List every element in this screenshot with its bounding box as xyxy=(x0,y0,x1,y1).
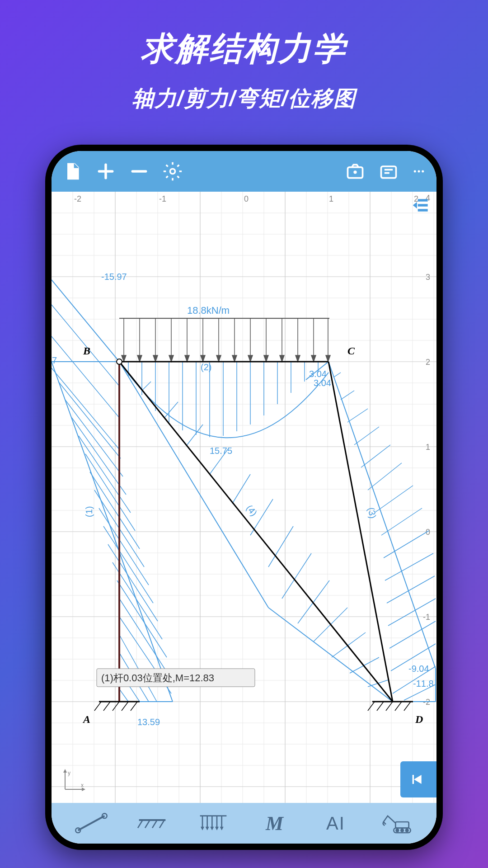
phone-screen: -2 -1 0 1 2 4 3 2 1 0 -1 -2 -3 xyxy=(52,151,436,844)
svg-marker-73 xyxy=(153,355,158,362)
svg-marker-225 xyxy=(211,827,214,830)
svg-line-179 xyxy=(368,702,375,711)
svg-text:-2: -2 xyxy=(74,194,81,203)
svg-text:y: y xyxy=(68,770,70,776)
svg-marker-227 xyxy=(220,827,224,830)
svg-line-145 xyxy=(361,445,390,467)
value-tooltip: (1)杆0.03位置处,M=12.83 xyxy=(97,669,255,687)
camera-icon[interactable] xyxy=(345,161,365,181)
svg-line-149 xyxy=(384,531,429,558)
plus-icon[interactable] xyxy=(96,161,116,181)
svg-line-111 xyxy=(99,508,149,585)
svg-text:B: B xyxy=(83,345,90,357)
hinge-b xyxy=(117,359,122,364)
svg-line-166 xyxy=(282,553,311,599)
svg-point-2 xyxy=(354,171,356,173)
svg-point-6 xyxy=(422,170,424,173)
member-1-diagram xyxy=(52,280,173,702)
svg-rect-3 xyxy=(381,166,396,178)
new-file-icon[interactable] xyxy=(62,161,82,181)
support-a-icon xyxy=(94,702,140,711)
promo-subtitle: 轴力/剪力/弯矩/位移图 xyxy=(0,84,488,113)
distributed-load-icon xyxy=(119,318,330,362)
svg-rect-228 xyxy=(396,822,409,828)
svg-line-176 xyxy=(122,702,128,711)
svg-line-138 xyxy=(328,362,436,669)
svg-line-170 xyxy=(350,657,379,673)
svg-text:-11.8: -11.8 xyxy=(413,679,434,689)
svg-text:18.8kN/m: 18.8kN/m xyxy=(187,305,230,316)
svg-line-183 xyxy=(404,702,411,711)
svg-text:3.04: 3.04 xyxy=(309,369,327,379)
svg-marker-91 xyxy=(296,355,300,362)
svg-text:(3): (3) xyxy=(366,506,378,519)
svg-marker-85 xyxy=(248,355,253,362)
svg-text:97: 97 xyxy=(52,355,57,365)
svg-text:2: 2 xyxy=(426,358,430,367)
svg-line-121 xyxy=(119,689,128,702)
svg-text:D: D xyxy=(415,713,423,725)
svg-line-152 xyxy=(388,599,436,626)
support-tool-icon[interactable] xyxy=(134,810,170,837)
gear-icon[interactable] xyxy=(163,161,183,181)
svg-text:1: 1 xyxy=(329,194,333,203)
play-back-button[interactable] xyxy=(400,761,436,797)
svg-line-157 xyxy=(119,362,268,608)
svg-text:-9.04: -9.04 xyxy=(408,664,429,674)
bottom-toolbar: M AI xyxy=(52,803,436,844)
panel-toggle-icon[interactable] xyxy=(411,195,431,215)
svg-line-112 xyxy=(103,526,153,603)
svg-line-181 xyxy=(386,702,393,711)
canvas-area[interactable]: -2 -1 0 1 2 4 3 2 1 0 -1 -2 -3 xyxy=(52,192,436,803)
svg-point-232 xyxy=(406,829,408,831)
svg-text:(2): (2) xyxy=(201,362,211,372)
svg-line-146 xyxy=(368,463,402,490)
svg-point-4 xyxy=(414,170,416,173)
svg-line-215 xyxy=(152,820,157,828)
load-tool-icon[interactable] xyxy=(195,810,231,837)
svg-line-175 xyxy=(113,702,119,711)
svg-line-147 xyxy=(375,486,413,513)
xy-axis-icon: yx xyxy=(61,767,88,794)
svg-text:-1: -1 xyxy=(423,613,430,622)
svg-marker-202 xyxy=(413,202,417,209)
svg-text:(1)杆0.03位置处,M=12.83: (1)杆0.03位置处,M=12.83 xyxy=(101,672,214,684)
svg-marker-203 xyxy=(63,769,67,773)
svg-text:-15.97: -15.97 xyxy=(101,272,127,282)
svg-marker-87 xyxy=(264,355,268,362)
svg-text:A: A xyxy=(82,713,90,725)
svg-line-180 xyxy=(377,702,384,711)
svg-point-230 xyxy=(396,829,399,831)
svg-marker-224 xyxy=(206,827,209,830)
svg-marker-226 xyxy=(215,827,219,830)
ai-tool-button[interactable]: AI xyxy=(318,810,354,837)
promo-title: 求解结构力学 xyxy=(0,0,488,71)
svg-rect-208 xyxy=(413,775,414,784)
svg-marker-207 xyxy=(414,775,422,784)
svg-line-116 xyxy=(119,599,169,675)
moment-tool-button[interactable]: M xyxy=(257,810,293,837)
svg-line-143 xyxy=(347,409,368,422)
svg-marker-95 xyxy=(326,355,330,362)
excavator-tool-icon[interactable] xyxy=(379,810,415,837)
svg-marker-93 xyxy=(311,355,316,362)
svg-text:3.04: 3.04 xyxy=(314,378,331,388)
line-tool-icon[interactable] xyxy=(73,810,109,837)
svg-marker-81 xyxy=(216,355,221,362)
svg-line-150 xyxy=(385,553,433,580)
svg-line-213 xyxy=(138,820,143,828)
svg-line-106 xyxy=(72,418,126,495)
svg-point-231 xyxy=(401,829,404,831)
structure-diagram: -2 -1 0 1 2 4 3 2 1 0 -1 -2 -3 xyxy=(52,192,436,803)
svg-line-115 xyxy=(117,580,167,657)
svg-line-173 xyxy=(94,702,101,711)
svg-text:3: 3 xyxy=(426,273,430,282)
more-icon[interactable] xyxy=(412,161,426,181)
folder-icon[interactable] xyxy=(379,161,399,181)
svg-text:C: C xyxy=(347,345,355,357)
svg-marker-77 xyxy=(185,355,189,362)
minus-icon[interactable] xyxy=(129,161,149,181)
phone-frame: -2 -1 0 1 2 4 3 2 1 0 -1 -2 -3 xyxy=(45,145,443,850)
svg-text:x: x xyxy=(81,782,84,788)
top-toolbar xyxy=(52,151,436,192)
